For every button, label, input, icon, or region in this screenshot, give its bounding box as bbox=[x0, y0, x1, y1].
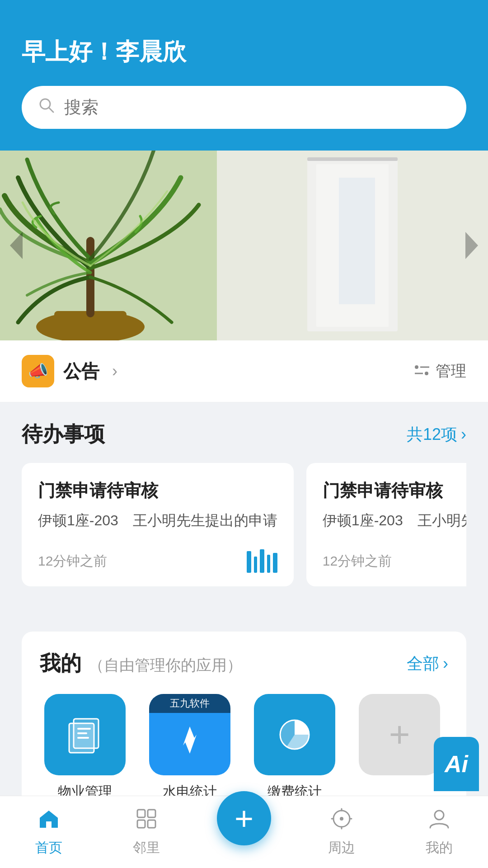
todo-card-title: 门禁申请待审核 bbox=[323, 479, 466, 502]
nav-label-neighbor: 邻里 bbox=[133, 839, 160, 857]
mine-icon bbox=[427, 807, 451, 834]
svg-rect-21 bbox=[77, 737, 89, 739]
search-icon bbox=[38, 97, 55, 118]
nav-item-neighbor[interactable]: 邻里 bbox=[98, 796, 195, 868]
svg-line-1 bbox=[49, 108, 53, 112]
app-item-payment[interactable]: 缴费统计 bbox=[249, 694, 340, 801]
todo-card[interactable]: 门禁申请待审核 伊顿1座-203 王小明先生提出的申请 12分钟之前 bbox=[306, 463, 466, 586]
my-apps-title-group: 我的 （自由管理你的应用） bbox=[40, 650, 242, 678]
app-icon-payment bbox=[254, 694, 335, 775]
app-item-property[interactable]: 物业管理 bbox=[40, 694, 130, 801]
my-apps-header: 我的 （自由管理你的应用） 全部 › bbox=[40, 650, 448, 678]
ai-badge[interactable]: Ai bbox=[434, 737, 479, 791]
app-icon-utility: 五九软件 bbox=[149, 694, 230, 775]
announcement-bar: 📣 公告 › 管理 bbox=[0, 340, 488, 402]
banner-image bbox=[0, 151, 488, 340]
header: 早上好！李晨欣 bbox=[0, 0, 488, 151]
app-item-add[interactable]: + bbox=[354, 694, 445, 801]
svg-rect-24 bbox=[148, 810, 155, 817]
todo-cards-list: 门禁申请待审核 伊顿1座-203 王小明先生提出的申请 12分钟之前 门禁申请待… bbox=[22, 463, 466, 595]
ai-label: Ai bbox=[445, 750, 468, 778]
apps-grid: 物业管理 五九软件 水电统计 bbox=[40, 694, 448, 801]
search-input[interactable] bbox=[64, 98, 450, 117]
svg-rect-25 bbox=[137, 820, 145, 828]
my-apps-title: 我的 bbox=[40, 651, 81, 675]
svg-rect-20 bbox=[77, 732, 87, 734]
nav-label-mine: 我的 bbox=[426, 839, 453, 857]
todo-card[interactable]: 门禁申请待审核 伊顿1座-203 王小明先生提出的申请 12分钟之前 bbox=[22, 463, 294, 586]
barcode-icon bbox=[247, 549, 277, 573]
app-icon-add: + bbox=[359, 694, 440, 775]
search-bar[interactable] bbox=[22, 86, 466, 129]
home-icon bbox=[37, 807, 61, 834]
svg-point-28 bbox=[340, 817, 343, 821]
neighbor-icon bbox=[135, 807, 158, 834]
my-apps-bg: 我的 （自由管理你的应用） 全部 › bbox=[22, 632, 466, 810]
nav-label-home: 首页 bbox=[35, 839, 62, 857]
manage-label: 管理 bbox=[436, 361, 466, 382]
my-apps-subtitle: （自由管理你的应用） bbox=[89, 656, 242, 674]
my-apps-section: 我的 （自由管理你的应用） 全部 › bbox=[0, 613, 488, 819]
nav-item-mine[interactable]: 我的 bbox=[390, 796, 488, 868]
todo-count-link[interactable]: 共12项 › bbox=[407, 424, 466, 446]
svg-rect-6 bbox=[339, 178, 375, 304]
announcement-title: 公告 bbox=[63, 359, 99, 384]
svg-point-15 bbox=[425, 372, 428, 375]
badge-59: 五九软件 bbox=[149, 694, 230, 713]
todo-header: 待办事项 共12项 › bbox=[22, 420, 466, 448]
nav-label-nearby: 周边 bbox=[328, 839, 355, 857]
svg-rect-26 bbox=[148, 820, 155, 828]
manage-button[interactable]: 管理 bbox=[414, 361, 466, 382]
svg-point-33 bbox=[435, 811, 444, 820]
todo-card-footer: 12分钟之前 bbox=[38, 549, 277, 573]
svg-rect-23 bbox=[137, 810, 145, 817]
announcement-left[interactable]: 📣 公告 › bbox=[22, 355, 117, 387]
svg-rect-19 bbox=[77, 728, 91, 730]
announcement-icon: 📣 bbox=[22, 355, 54, 387]
nav-item-home[interactable]: 首页 bbox=[0, 796, 98, 868]
todo-card-time: 12分钟之前 bbox=[38, 552, 107, 571]
todo-card-time: 12分钟之前 bbox=[323, 552, 392, 571]
app-icon-property bbox=[44, 694, 126, 775]
todo-card-footer: 12分钟之前 bbox=[323, 549, 466, 573]
svg-point-13 bbox=[415, 365, 418, 369]
todo-card-desc: 伊顿1座-203 王小明先生提出的申请 bbox=[323, 509, 466, 531]
nearby-icon bbox=[330, 807, 353, 834]
todo-section: 待办事项 共12项 › 门禁申请待审核 伊顿1座-203 王小明先生提出的申请 … bbox=[0, 402, 488, 604]
fab-button[interactable]: + bbox=[217, 791, 271, 845]
announcement-arrow: › bbox=[112, 362, 117, 381]
fab-plus-icon: + bbox=[235, 800, 253, 837]
todo-title: 待办事项 bbox=[22, 420, 105, 448]
svg-rect-7 bbox=[307, 157, 398, 161]
app-item-utility[interactable]: 五九软件 水电统计 bbox=[145, 694, 235, 801]
all-apps-link[interactable]: 全部 › bbox=[407, 653, 448, 675]
nav-item-nearby[interactable]: 周边 bbox=[293, 796, 390, 868]
todo-card-title: 门禁申请待审核 bbox=[38, 479, 277, 502]
add-icon: + bbox=[389, 714, 410, 755]
todo-card-desc: 伊顿1座-203 王小明先生提出的申请 bbox=[38, 509, 277, 531]
greeting-text: 早上好！李晨欣 bbox=[22, 36, 466, 68]
manage-icon bbox=[414, 363, 430, 380]
